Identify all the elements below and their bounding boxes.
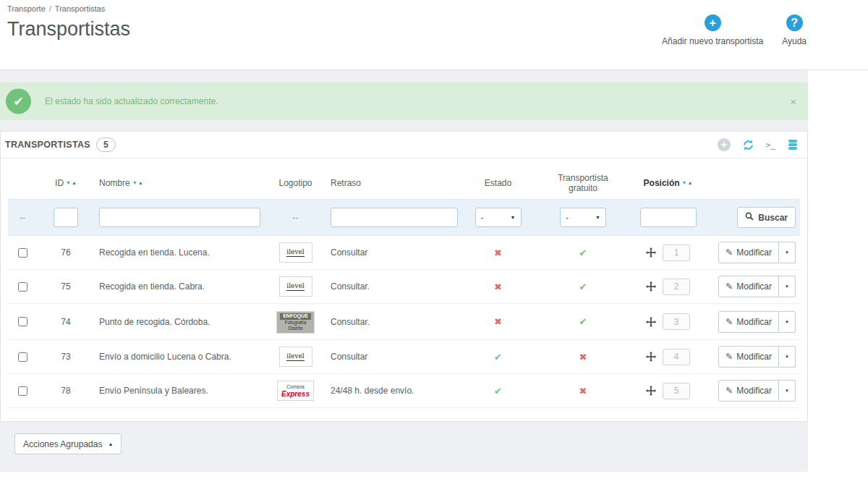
- carriers-table-wrap: ID▼▲ Nombre▼▲ Logotipo Retraso Estado Tr…: [1, 158, 807, 421]
- add-new-carrier-label: Añadir nuevo transportista: [662, 36, 763, 46]
- drag-handle-icon[interactable]: [646, 386, 656, 396]
- edit-button[interactable]: ✎ Modificar: [718, 346, 779, 368]
- carrier-delay: Consultar: [326, 236, 456, 270]
- edit-dropdown-toggle[interactable]: ▼: [779, 311, 796, 333]
- pencil-icon: ✎: [726, 247, 733, 258]
- carrier-row: 73 Envío a domicilio Lucena o Cabra. ile…: [8, 340, 800, 374]
- edit-button[interactable]: ✎ Modificar: [718, 276, 779, 297]
- filter-delay-input[interactable]: [331, 208, 458, 227]
- filter-id-input[interactable]: [54, 208, 78, 227]
- row-checkbox[interactable]: [18, 248, 27, 258]
- sort-desc-icon: ▼: [682, 180, 687, 185]
- sort-desc-icon: ▼: [66, 180, 71, 185]
- position-input: [663, 349, 690, 365]
- sort-asc-icon: ▲: [138, 180, 143, 185]
- search-button[interactable]: Buscar: [737, 207, 796, 228]
- carrier-delay: Consultar.: [326, 304, 456, 340]
- sort-asc-icon: ▲: [72, 180, 77, 185]
- caret-down-icon: ▼: [785, 284, 789, 289]
- alert-close-icon[interactable]: ×: [790, 96, 796, 107]
- free-enabled-icon[interactable]: ✔: [579, 281, 587, 292]
- free-disabled-icon[interactable]: ✖: [579, 386, 587, 396]
- caret-down-icon: ▼: [785, 389, 789, 393]
- panel-title: TRANSPORTISTAS: [5, 140, 90, 150]
- caret-down-icon: ▼: [785, 250, 789, 255]
- success-alert-message: El estado ha sido actualizado correctame…: [45, 96, 218, 106]
- search-icon: [745, 212, 754, 223]
- carrier-id: 78: [37, 374, 95, 408]
- edit-button[interactable]: ✎ Modificar: [718, 242, 779, 263]
- panel-heading: TRANSPORTISTAS 5 + >_: [1, 132, 807, 158]
- status-disabled-icon[interactable]: ✖: [494, 247, 502, 258]
- table-header-row: ID▼▲ Nombre▼▲ Logotipo Retraso Estado Tr…: [8, 167, 800, 200]
- panel-refresh-icon[interactable]: [742, 139, 754, 151]
- drag-handle-icon[interactable]: [646, 317, 656, 327]
- free-enabled-icon[interactable]: ✔: [579, 316, 587, 327]
- success-alert: ✔ El estado ha sido actualizado correcta…: [0, 82, 808, 120]
- help-button[interactable]: ? Ayuda: [782, 14, 807, 46]
- status-disabled-icon[interactable]: ✖: [494, 316, 502, 327]
- column-header-logo: Logotipo: [265, 167, 326, 200]
- filter-name-input[interactable]: [99, 208, 260, 227]
- help-label: Ayuda: [782, 36, 807, 46]
- column-header-checkbox: [8, 167, 37, 200]
- panel-toolbar: + >_: [718, 138, 799, 151]
- caret-down-icon: ▼: [785, 320, 789, 324]
- caret-down-icon: ▼: [511, 215, 516, 220]
- position-input: [663, 383, 690, 399]
- status-disabled-icon[interactable]: ✖: [494, 281, 502, 292]
- carrier-delay: Consultar.: [326, 270, 456, 304]
- breadcrumb-current[interactable]: Transportistas: [55, 4, 105, 13]
- row-checkbox[interactable]: [18, 282, 27, 292]
- carrier-count-badge: 5: [96, 137, 116, 152]
- pencil-icon: ✎: [726, 281, 733, 292]
- column-header-position[interactable]: Posición▼▲: [626, 167, 710, 200]
- status-enabled-icon[interactable]: ✔: [494, 386, 502, 396]
- filter-position-input[interactable]: [640, 208, 697, 227]
- bulk-actions-button[interactable]: Acciones Agrupadas ▲: [14, 433, 122, 454]
- filter-row: -- -- - ▼ -: [8, 200, 800, 236]
- carrier-name: Envío Península y Baleares.: [95, 374, 265, 408]
- carrier-row: 75 Recogida en tienda. Cabra. ilevel Con…: [8, 270, 800, 304]
- row-checkbox[interactable]: [18, 317, 27, 326]
- carrier-name: Recogida en tienda. Cabra.: [95, 270, 265, 304]
- panel-add-icon[interactable]: +: [718, 138, 731, 151]
- column-header-free: Transportista gratuito: [540, 167, 626, 200]
- carrier-id: 73: [37, 340, 95, 374]
- row-checkbox[interactable]: [18, 352, 27, 362]
- header-actions: + Añadir nuevo transportista ? Ayuda: [662, 14, 807, 46]
- filter-status-select[interactable]: - ▼: [475, 208, 522, 227]
- edit-button[interactable]: ✎ Modificar: [718, 380, 779, 402]
- position-input: [663, 245, 690, 261]
- panel-database-icon[interactable]: [787, 139, 799, 150]
- sort-desc-icon: ▼: [132, 180, 137, 185]
- row-checkbox[interactable]: [18, 386, 27, 396]
- edit-button[interactable]: ✎ Modificar: [718, 311, 779, 333]
- edit-dropdown-toggle[interactable]: ▼: [779, 346, 796, 368]
- filter-empty-mark: --: [20, 213, 25, 223]
- carrier-id: 75: [37, 270, 95, 304]
- breadcrumb: Transporte/Transportistas: [7, 4, 808, 13]
- column-header-name[interactable]: Nombre▼▲: [95, 167, 265, 200]
- carrier-logo: ilevel: [279, 347, 312, 367]
- status-enabled-icon[interactable]: ✔: [494, 352, 502, 362]
- add-new-carrier-button[interactable]: + Añadir nuevo transportista: [662, 14, 763, 46]
- carrier-delay: 24/48 h. desde envío.: [326, 374, 456, 408]
- drag-handle-icon[interactable]: [646, 281, 656, 292]
- free-disabled-icon[interactable]: ✖: [579, 352, 587, 362]
- drag-handle-icon[interactable]: [646, 352, 656, 362]
- carrier-row: 74 Punto de recogida. Córdoba. ENFOQUEFo…: [8, 304, 800, 340]
- caret-down-icon: ▼: [595, 215, 600, 220]
- panel-terminal-icon[interactable]: >_: [766, 140, 775, 150]
- pencil-icon: ✎: [726, 352, 733, 362]
- filter-free-select[interactable]: - ▼: [560, 208, 606, 227]
- edit-dropdown-toggle[interactable]: ▼: [779, 276, 796, 297]
- edit-dropdown-toggle[interactable]: ▼: [779, 242, 796, 263]
- edit-dropdown-toggle[interactable]: ▼: [779, 380, 796, 402]
- column-header-delay: Retraso: [326, 167, 456, 200]
- position-input: [663, 279, 690, 295]
- drag-handle-icon[interactable]: [646, 247, 656, 258]
- free-enabled-icon[interactable]: ✔: [579, 247, 587, 258]
- column-header-id[interactable]: ID▼▲: [37, 167, 95, 200]
- breadcrumb-parent[interactable]: Transporte: [7, 4, 46, 13]
